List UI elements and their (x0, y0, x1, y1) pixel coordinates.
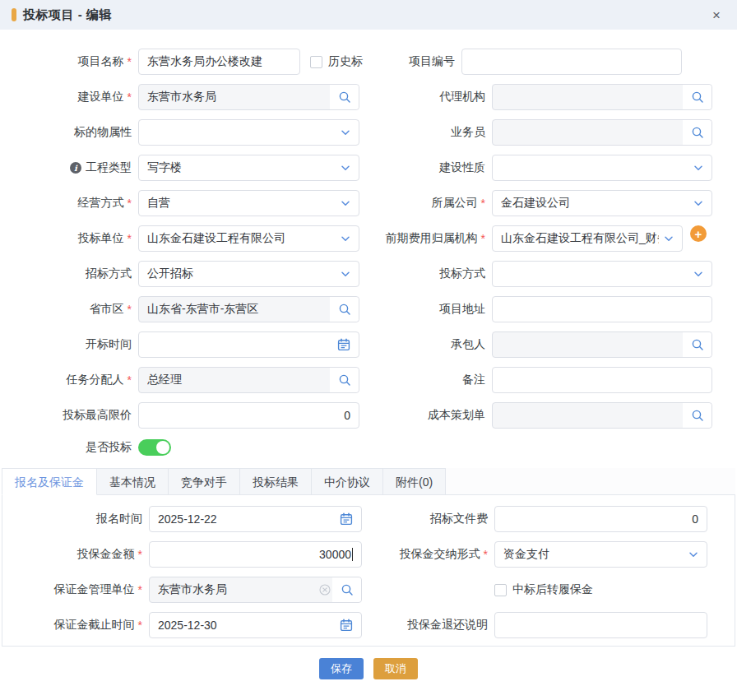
deposit-deadline-datepicker[interactable]: 2025-12-30 (149, 612, 362, 638)
deposit-deadline-label: 保证金截止时间* (2, 612, 149, 638)
chevron-down-icon (693, 163, 703, 173)
task-assignee-lookup[interactable]: 总经理 (138, 367, 359, 393)
contractor-lookup[interactable] (492, 331, 712, 358)
transfer-bond-checkbox[interactable]: 中标后转履保金 (494, 577, 593, 603)
signup-time-datepicker[interactable]: 2025-12-22 (149, 506, 362, 532)
search-icon[interactable] (332, 577, 361, 602)
cancel-button[interactable]: 取消 (373, 658, 418, 679)
deposit-pay-form-select[interactable]: 资金支付 (494, 541, 707, 568)
deposit-mgmt-unit-label: 保证金管理单位* (2, 577, 149, 603)
is-bid-toggle[interactable] (138, 439, 171, 456)
tab-filler (446, 468, 735, 495)
deposit-mgmt-unit-lookup[interactable]: 东营市水务局 (149, 577, 362, 603)
clear-icon[interactable] (319, 584, 331, 596)
search-icon[interactable] (683, 332, 712, 357)
tab-bid-result[interactable]: 投标结果 (240, 468, 312, 495)
chevron-down-icon (341, 127, 350, 137)
open-time-datepicker[interactable] (138, 331, 359, 358)
subject-attribute-select[interactable] (138, 119, 359, 146)
deposit-refund-note-input[interactable] (494, 612, 707, 638)
checkbox-icon[interactable] (494, 584, 507, 596)
project-address-label: 项目地址 (359, 296, 492, 322)
bid-unit-label: 投标单位* (0, 225, 138, 252)
chevron-down-icon (693, 198, 703, 208)
project-no-label: 项目编号 (363, 49, 461, 75)
title-accent-bar (12, 8, 16, 21)
contractor-label: 承包人 (359, 331, 492, 358)
tab-basic-info[interactable]: 基本情况 (97, 468, 169, 495)
calendar-icon[interactable] (337, 338, 350, 351)
chevron-down-icon (688, 549, 698, 559)
deposit-amount-label: 投保金金额* (2, 541, 149, 568)
dialog-header: 投标项目 - 编辑 × (0, 0, 737, 30)
bid-mode-select[interactable] (492, 261, 712, 287)
cost-plan-label: 成本策划单 (359, 402, 492, 429)
construction-unit-lookup[interactable]: 东营市水务局 (138, 84, 359, 110)
prophase-cost-org-select[interactable]: 山东金石建设工程有限公司_财务 (492, 225, 683, 252)
bid-project-form: 项目名称* 东营水务局办公楼改建 历史标 项目编号 建设单位* 东营市水务局 代… (0, 30, 737, 679)
cost-plan-lookup[interactable] (492, 402, 712, 429)
project-address-input[interactable] (492, 296, 712, 322)
search-icon[interactable] (330, 368, 359, 392)
bid-max-price-label: 投标最高限价 (0, 402, 138, 429)
chevron-down-icon (341, 198, 350, 208)
region-label: 省市区* (0, 296, 138, 322)
info-icon: i (70, 162, 81, 174)
task-assignee-label: 任务分配人* (0, 367, 138, 393)
history-flag-checkbox[interactable]: 历史标 (310, 49, 363, 75)
region-lookup[interactable]: 山东省-东营市-东营区 (138, 296, 359, 322)
subject-attribute-label: 标的物属性 (0, 119, 138, 146)
search-icon[interactable] (683, 120, 712, 145)
salesman-label: 业务员 (359, 119, 492, 146)
deposit-amount-input[interactable]: 30000 (149, 541, 362, 568)
operation-mode-select[interactable]: 自营 (138, 190, 359, 216)
salesman-lookup[interactable] (492, 119, 712, 146)
checkbox-icon[interactable] (310, 56, 322, 68)
footer-actions: 保存 取消 (0, 658, 737, 679)
tab-bar: 报名及保证金 基本情况 竞争对手 投标结果 中介协议 附件(0) (2, 468, 735, 495)
tab-attachments[interactable]: 附件(0) (383, 468, 446, 495)
save-button[interactable]: 保存 (319, 658, 364, 679)
tab-signup-deposit[interactable]: 报名及保证金 (2, 468, 97, 495)
agency-lookup[interactable] (492, 84, 712, 110)
search-icon[interactable] (330, 297, 359, 322)
company-select[interactable]: 金石建设公司 (492, 190, 712, 216)
is-bid-label: 是否投标 (0, 438, 138, 457)
chevron-down-icon (341, 163, 350, 173)
project-name-input[interactable]: 东营水务局办公楼改建 (138, 49, 300, 75)
operation-mode-label: 经营方式* (0, 190, 138, 216)
remark-label: 备注 (359, 367, 492, 393)
project-type-label: i 工程类型 (0, 155, 138, 181)
tender-mode-select[interactable]: 公开招标 (138, 261, 359, 287)
deposit-refund-note-label: 投保金退还说明 (362, 612, 494, 638)
transfer-bond-label: 中标后转履保金 (512, 582, 593, 597)
tab-agency-agreement[interactable]: 中介协议 (312, 468, 383, 495)
open-time-label: 开标时间 (0, 331, 138, 358)
tender-doc-fee-label: 招标文件费 (362, 506, 494, 532)
close-icon[interactable]: × (707, 7, 725, 24)
tender-doc-fee-input[interactable]: 0 (494, 506, 707, 532)
bid-mode-label: 投标方式 (359, 261, 492, 287)
dialog-title: 投标项目 - 编辑 (23, 7, 112, 23)
remark-input[interactable] (492, 367, 712, 393)
search-icon[interactable] (683, 403, 712, 428)
chevron-down-icon (341, 269, 350, 279)
chevron-down-icon (341, 234, 350, 243)
calendar-icon[interactable] (340, 512, 353, 526)
construction-nature-select[interactable] (492, 155, 712, 181)
spacer-label (362, 577, 494, 603)
project-type-select[interactable]: 写字楼 (138, 155, 359, 181)
add-org-button[interactable]: + (690, 225, 707, 242)
chevron-down-icon (693, 269, 703, 279)
prophase-cost-org-label: 前期费用归属机构* (359, 225, 492, 252)
calendar-icon[interactable] (340, 619, 353, 632)
tab-competitors[interactable]: 竞争对手 (169, 468, 240, 495)
agency-label: 代理机构 (359, 84, 492, 110)
bid-max-price-input[interactable]: 0 (138, 402, 359, 429)
project-no-input[interactable] (461, 49, 682, 75)
tender-mode-label: 招标方式 (0, 261, 138, 287)
search-icon[interactable] (683, 85, 712, 109)
search-icon[interactable] (330, 85, 359, 109)
bid-unit-select[interactable]: 山东金石建设工程有限公司 (138, 225, 359, 252)
construction-unit-label: 建设单位* (0, 84, 138, 110)
